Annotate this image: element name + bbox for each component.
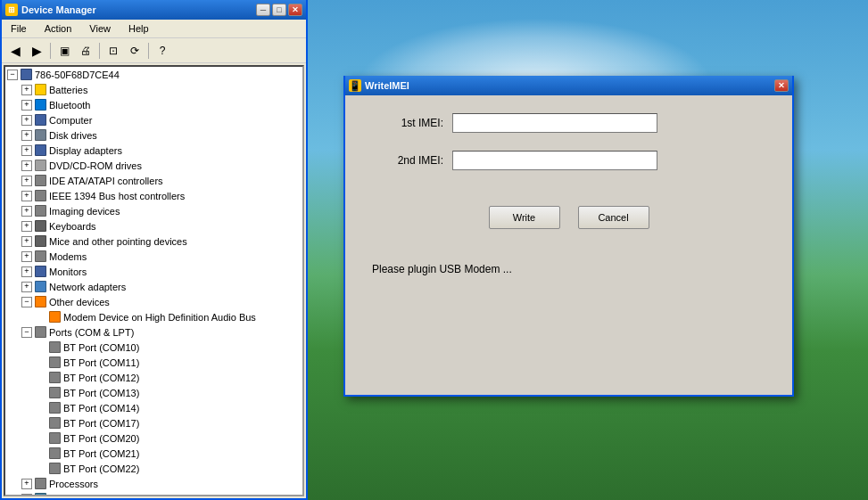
cancel-button[interactable]: Cancel	[578, 206, 649, 229]
imei1-input[interactable]	[452, 113, 657, 133]
button-row: Write Cancel	[372, 206, 765, 229]
dialog-titlebar-buttons: ✕	[774, 79, 789, 92]
dialog-content: 1st IMEI: 2nd IMEI: Write Cancel Please …	[345, 95, 792, 395]
imei2-row: 2nd IMEI:	[372, 151, 765, 170]
dialog-icon: 📱	[349, 79, 361, 92]
imei2-label: 2nd IMEI:	[372, 154, 443, 167]
dialog-titlebar: 📱 WriteIMEI ✕	[345, 76, 792, 95]
dialog-close-button[interactable]: ✕	[774, 79, 789, 92]
dialog-title: WriteIMEI	[365, 80, 409, 91]
dialog-overlay: 📱 WriteIMEI ✕ 1st IMEI: 2nd IMEI: Write	[0, 0, 868, 500]
dialog-titlebar-left: 📱 WriteIMEI	[349, 79, 409, 92]
write-button[interactable]: Write	[489, 206, 560, 229]
imei2-input[interactable]	[452, 151, 657, 170]
status-text: Please plugin USB Modem ...	[372, 256, 765, 283]
imei1-label: 1st IMEI:	[372, 117, 443, 129]
imei1-row: 1st IMEI:	[372, 113, 765, 133]
write-imei-dialog: 📱 WriteIMEI ✕ 1st IMEI: 2nd IMEI: Write	[343, 76, 794, 397]
